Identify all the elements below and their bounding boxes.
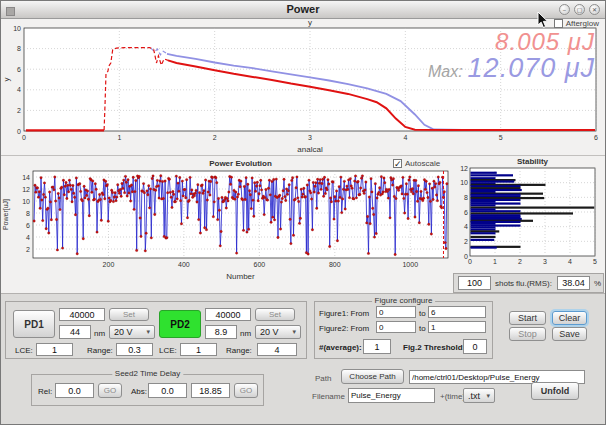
pd2-range-input[interactable] <box>257 343 297 356</box>
save-button[interactable]: Save <box>552 327 587 341</box>
shot-marker <box>79 190 81 192</box>
stop-button[interactable]: Stop <box>509 327 546 341</box>
pd2-voltage-dropdown[interactable]: 20 V ▾ <box>255 325 301 339</box>
pd1-counts-input[interactable] <box>59 308 105 321</box>
x-tick-label: 800 <box>329 261 341 268</box>
shot-marker <box>316 207 318 209</box>
shot-marker <box>253 215 255 217</box>
clear-button[interactable]: Clear <box>552 311 587 325</box>
pd1-voltage-dropdown[interactable]: 20 V ▾ <box>109 325 155 339</box>
title-bar[interactable]: Power − ▢ ✕ <box>1 1 605 19</box>
choose-path-button[interactable]: Choose Path <box>341 369 404 384</box>
shot-marker <box>182 195 184 197</box>
shot-marker <box>121 182 123 184</box>
pd1-nm-input[interactable] <box>59 325 91 339</box>
shot-marker <box>202 192 204 194</box>
pd2-set-button[interactable]: Set <box>255 308 295 321</box>
autoscale-checkbox-box[interactable]: ✓ <box>393 159 402 168</box>
shot-marker <box>114 191 116 193</box>
threshold-input[interactable] <box>463 339 487 354</box>
shot-marker <box>151 177 153 179</box>
shot-marker <box>111 191 113 193</box>
shot-marker <box>409 176 411 178</box>
figure1-label: Figure1: From <box>319 309 369 318</box>
plot-title: Stability <box>517 157 549 166</box>
unfold-button[interactable]: Unfold <box>531 382 579 400</box>
shot-marker <box>53 189 55 191</box>
shot-marker <box>139 217 141 219</box>
shot-marker <box>128 192 130 194</box>
y-tick-label: 4 <box>464 223 468 230</box>
rel-go-button[interactable]: GO <box>98 383 122 398</box>
shot-marker <box>64 185 66 187</box>
shot-marker <box>428 223 430 225</box>
y-tick-label: 6 <box>26 222 30 229</box>
shot-marker <box>99 198 101 200</box>
shot-marker <box>169 191 171 193</box>
shot-marker <box>161 180 163 182</box>
shot-marker <box>416 200 418 202</box>
pd1-range-input[interactable] <box>116 343 153 356</box>
pd2-button[interactable]: PD2 <box>159 310 201 338</box>
autoscale-checkbox[interactable]: ✓ Autoscale <box>393 159 440 168</box>
maximize-icon[interactable]: ▢ <box>574 4 585 15</box>
shot-marker <box>123 179 125 181</box>
abs-go-button[interactable]: GO <box>234 383 258 398</box>
extension-dropdown[interactable]: .txt ▾ <box>463 388 495 403</box>
shot-marker <box>371 191 373 193</box>
shot-marker <box>221 196 223 198</box>
pd1-button[interactable]: PD1 <box>13 310 55 338</box>
afterglow-checkbox[interactable]: Afterglow <box>554 19 599 28</box>
shot-marker <box>316 178 318 180</box>
shot-marker <box>434 182 436 184</box>
shot-marker <box>390 176 392 178</box>
shot-marker <box>73 192 75 194</box>
shot-marker <box>414 216 416 218</box>
shot-marker <box>245 176 247 178</box>
shot-marker <box>351 187 353 189</box>
figure2-to-input[interactable] <box>428 321 486 333</box>
pd2-nm-label: nm <box>240 329 251 338</box>
shot-marker <box>389 217 391 219</box>
figure2-from-input[interactable] <box>376 321 416 333</box>
shot-marker <box>145 232 147 234</box>
shot-marker <box>107 220 109 222</box>
shot-marker <box>176 198 178 200</box>
stats-panel: shots flu.(RMS): % <box>453 273 604 293</box>
rel-input[interactable] <box>55 383 94 398</box>
pd2-counts-input[interactable] <box>205 308 251 321</box>
close-icon[interactable]: ✕ <box>589 4 600 15</box>
average-input[interactable] <box>363 339 391 354</box>
figure1-to-input[interactable] <box>428 306 486 318</box>
shot-marker <box>302 193 304 195</box>
rms-input[interactable] <box>557 276 590 290</box>
pd2-nm-input[interactable] <box>205 325 237 339</box>
minimize-icon[interactable]: − <box>559 4 570 15</box>
shot-marker <box>368 196 370 198</box>
y-tick-label: 6 <box>17 66 21 73</box>
shot-marker <box>415 179 417 181</box>
shot-marker <box>244 198 246 200</box>
y-tick-label: 4 <box>26 234 30 241</box>
shot-marker <box>207 191 209 193</box>
shot-marker <box>220 230 222 232</box>
shots-input[interactable] <box>458 276 491 290</box>
shot-marker <box>391 184 393 186</box>
shot-marker <box>120 195 122 197</box>
filename-input[interactable] <box>348 388 435 403</box>
abs-total-input[interactable] <box>191 383 230 398</box>
pd1-set-button[interactable]: Set <box>109 308 149 321</box>
pd2-lce-input[interactable] <box>180 343 217 356</box>
figure1-from-input[interactable] <box>376 306 416 318</box>
afterglow-checkbox-box[interactable] <box>554 19 563 28</box>
x-tick-label: 0 <box>22 134 26 141</box>
shot-marker <box>440 207 442 209</box>
threshold-label: Fig.2 Threshold: <box>403 343 465 352</box>
shot-marker <box>313 191 315 193</box>
chevron-down-icon: ▾ <box>146 328 150 336</box>
abs-input[interactable] <box>148 383 187 398</box>
shot-marker <box>248 190 250 192</box>
pd1-lce-input[interactable] <box>36 343 73 356</box>
start-button[interactable]: Start <box>509 311 546 325</box>
shot-marker <box>179 199 181 201</box>
